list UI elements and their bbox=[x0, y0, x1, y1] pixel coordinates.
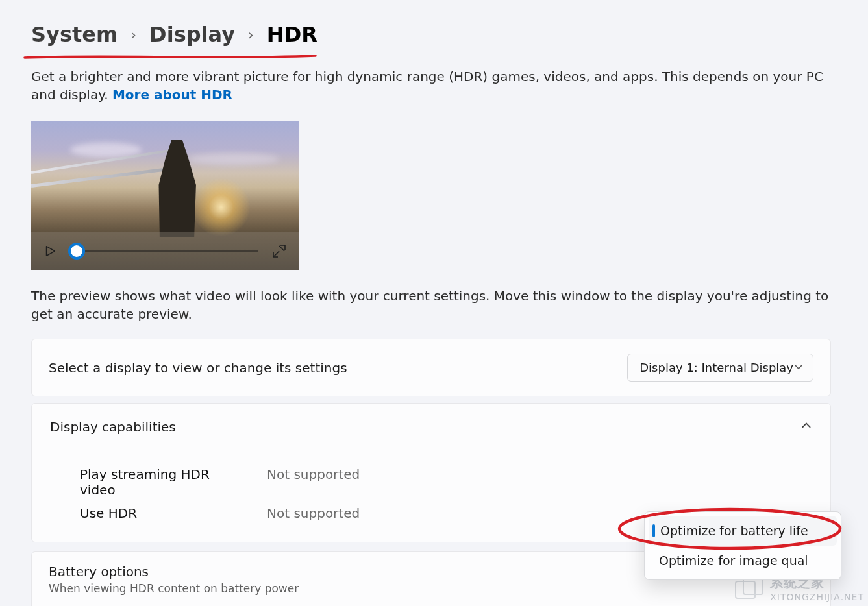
battery-option-item-battery-life[interactable]: Optimize for battery life bbox=[649, 516, 837, 546]
chevron-right-icon: › bbox=[129, 27, 138, 43]
display-selector-label: Select a display to view or change its s… bbox=[49, 360, 347, 376]
display-capabilities-title: Display capabilities bbox=[50, 419, 176, 435]
chevron-up-icon[interactable] bbox=[800, 420, 812, 434]
display-selector-dropdown[interactable]: Display 1: Internal Display bbox=[627, 354, 813, 382]
capability-value: Not supported bbox=[267, 505, 360, 521]
breadcrumb: System › Display › HDR bbox=[31, 22, 868, 47]
breadcrumb-display[interactable]: Display bbox=[149, 22, 235, 47]
hdr-preview-video[interactable] bbox=[31, 121, 299, 270]
more-about-hdr-link[interactable]: More about HDR bbox=[112, 87, 232, 103]
capability-label: Use HDR bbox=[80, 505, 247, 521]
battery-options-subtitle: When viewing HDR content on battery powe… bbox=[49, 582, 299, 595]
menu-item-label: Optimize for image qual bbox=[659, 553, 808, 568]
capability-label: Play streaming HDR video bbox=[80, 467, 247, 498]
annotation-underline bbox=[23, 53, 317, 61]
capability-value: Not supported bbox=[267, 467, 360, 498]
breadcrumb-system[interactable]: System bbox=[31, 22, 118, 47]
play-icon[interactable] bbox=[43, 244, 57, 258]
chevron-down-icon bbox=[793, 361, 804, 374]
video-controls bbox=[31, 232, 299, 270]
seek-bar[interactable] bbox=[70, 241, 258, 261]
capability-row: Play streaming HDR video Not supported bbox=[80, 463, 812, 502]
selection-indicator-icon bbox=[652, 524, 655, 537]
breadcrumb-current: HDR bbox=[267, 22, 317, 47]
battery-option-item-image-quality[interactable]: Optimize for image qual bbox=[645, 546, 841, 576]
hdr-description: Get a brighter and more vibrant picture … bbox=[31, 67, 843, 104]
display-selector-value: Display 1: Internal Display bbox=[639, 361, 793, 374]
display-selector-card: Select a display to view or change its s… bbox=[31, 339, 831, 396]
battery-options-title: Battery options bbox=[49, 564, 299, 579]
seek-thumb[interactable] bbox=[68, 243, 85, 260]
display-capabilities-header[interactable]: Display capabilities bbox=[32, 404, 830, 452]
menu-item-label: Optimize for battery life bbox=[660, 524, 808, 538]
chevron-right-icon: › bbox=[247, 27, 255, 43]
battery-options-menu[interactable]: Optimize for battery life Optimize for i… bbox=[644, 511, 841, 580]
preview-note: The preview shows what video will look l… bbox=[31, 287, 843, 323]
fullscreen-icon[interactable] bbox=[271, 243, 287, 259]
